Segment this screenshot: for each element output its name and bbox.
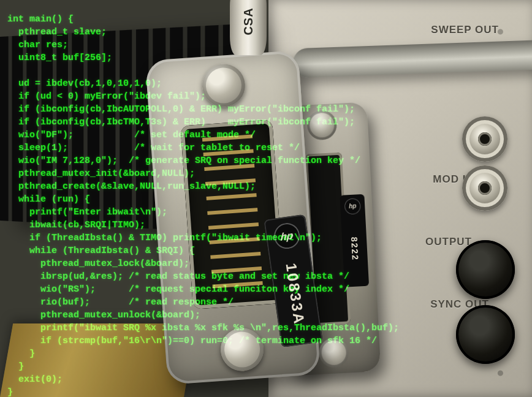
label-sweep-out: SWEEP OUT [431,25,499,35]
connector-pins [202,134,264,294]
bnc-connector-1 [462,116,507,162]
connector-contact-face [180,119,285,309]
model-number-secondary: 8222 [341,216,368,282]
hp-logo-icon [344,198,361,214]
hp-badge-secondary: 8222 [340,194,369,287]
bnc-connector-2 [462,165,507,211]
probe-stamp: CSA [242,7,254,35]
background-photo: SWEEP OUT MOD INP OUTPUT SYNC OUT 8222 1… [0,0,532,397]
output-jack-2 [456,305,515,364]
label-sync-out: SYNC OUT [430,299,489,309]
label-mod-inp: MOD INP [433,174,482,184]
label-output: OUTPUT [425,236,472,247]
probe-cylinder: CSA [230,0,267,55]
output-jack-1 [456,240,515,299]
gpib-connector-main: 10833A [145,50,321,385]
hp-logo-icon [272,221,301,250]
